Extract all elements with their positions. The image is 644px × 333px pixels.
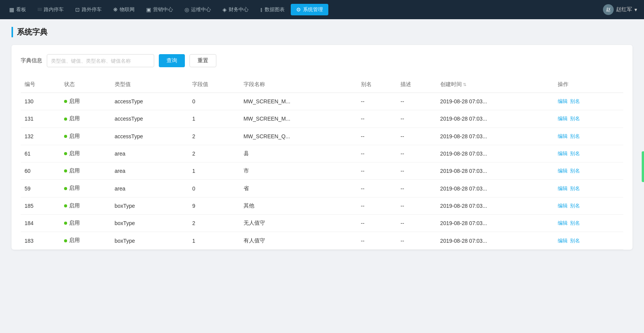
search-input[interactable] <box>47 54 154 67</box>
cell-created-1: 2019-08-28 07:03... <box>436 110 554 128</box>
data-table: 编号状态类型值字段值字段名称别名描述创建时间操作 130启用accessType… <box>21 76 623 250</box>
action-别名-3[interactable]: 别名 <box>570 151 580 156</box>
cell-actions-2: 编辑别名 <box>554 128 623 145</box>
cell-id-0: 130 <box>21 93 60 110</box>
nav-item-1[interactable]: 𝄘路内停车 <box>32 4 69 15</box>
nav-item-3[interactable]: ❋物联网 <box>108 4 140 15</box>
cell-status-5: 启用 <box>60 180 110 197</box>
cell-type-1: accessType <box>111 110 188 128</box>
col-header-4: 字段名称 <box>240 76 357 93</box>
nav-icon-4: ▣ <box>146 7 151 13</box>
action-编辑-1[interactable]: 编辑 <box>558 116 568 121</box>
cell-created-7: 2019-08-28 07:03... <box>436 215 554 232</box>
user-info[interactable]: 赵 赵红军 ▾ <box>600 3 640 17</box>
nav-item-6[interactable]: ◈财务中心 <box>217 4 254 15</box>
cell-created-6: 2019-08-28 07:03... <box>436 197 554 214</box>
status-text-5: 启用 <box>69 185 80 191</box>
cell-alias-8: -- <box>357 232 397 249</box>
status-dot-1 <box>64 118 67 121</box>
nav-icon-6: ◈ <box>222 7 227 13</box>
cell-status-8: 启用 <box>60 232 110 249</box>
action-别名-2[interactable]: 别名 <box>570 133 580 139</box>
action-别名-5[interactable]: 别名 <box>570 186 580 191</box>
table-row: 131启用accessType1MW_SCREEN_M...----2019-0… <box>21 110 623 128</box>
user-name: 赵红军 <box>616 6 632 13</box>
cell-created-5: 2019-08-28 07:03... <box>436 180 554 197</box>
action-编辑-5[interactable]: 编辑 <box>558 186 568 191</box>
table-head: 编号状态类型值字段值字段名称别名描述创建时间操作 <box>21 76 623 93</box>
status-dot-5 <box>64 187 67 190</box>
nav-icon-8: ⚙ <box>296 7 301 13</box>
col-header-8: 操作 <box>554 76 623 93</box>
user-dropdown-icon[interactable]: ▾ <box>634 7 637 13</box>
nav-item-0[interactable]: ▦看板 <box>4 4 31 15</box>
cell-desc-7: -- <box>397 215 436 232</box>
cell-fieldval-1: 1 <box>188 110 240 128</box>
action-编辑-2[interactable]: 编辑 <box>558 133 568 139</box>
table-row: 183启用boxType1有人值守----2019-08-28 07:03...… <box>21 232 623 249</box>
cell-created-2: 2019-08-28 07:03... <box>436 128 554 145</box>
action-别名-4[interactable]: 别名 <box>570 168 580 174</box>
cell-status-6: 启用 <box>60 197 110 214</box>
cell-actions-4: 编辑别名 <box>554 162 623 180</box>
nav-item-2[interactable]: ⊡路外停车 <box>70 4 107 15</box>
cell-type-8: boxType <box>111 232 188 249</box>
cell-fieldname-6: 其他 <box>240 197 357 214</box>
cell-status-4: 启用 <box>60 162 110 180</box>
nav-label-6: 财务中心 <box>229 6 249 13</box>
nav-label-2: 路外停车 <box>82 6 102 13</box>
table-row: 61启用area2县----2019-08-28 07:03...编辑别名 <box>21 145 623 162</box>
cell-actions-3: 编辑别名 <box>554 145 623 162</box>
cell-alias-7: -- <box>357 215 397 232</box>
cell-status-0: 启用 <box>60 93 110 110</box>
reset-button[interactable]: 重置 <box>189 54 216 67</box>
nav-item-5[interactable]: ◎运维中心 <box>179 4 216 15</box>
page-title: 系统字典 <box>12 27 632 37</box>
nav-item-8[interactable]: ⚙系统管理 <box>291 4 328 15</box>
cell-created-3: 2019-08-28 07:03... <box>436 145 554 162</box>
action-编辑-8[interactable]: 编辑 <box>558 238 568 244</box>
nav-label-7: 数据图表 <box>265 6 285 13</box>
action-别名-1[interactable]: 别名 <box>570 116 580 121</box>
status-dot-8 <box>64 239 67 242</box>
action-编辑-6[interactable]: 编辑 <box>558 203 568 209</box>
col-header-6: 描述 <box>397 76 436 93</box>
cell-id-2: 132 <box>21 128 60 145</box>
cell-fieldname-5: 省 <box>240 180 357 197</box>
status-text-1: 启用 <box>69 116 80 122</box>
action-别名-0[interactable]: 别名 <box>570 98 580 104</box>
action-别名-7[interactable]: 别名 <box>570 220 580 226</box>
cell-desc-3: -- <box>397 145 436 162</box>
cell-created-4: 2019-08-28 07:03... <box>436 162 554 180</box>
status-text-2: 启用 <box>69 133 80 139</box>
col-header-1: 状态 <box>60 76 110 93</box>
status-dot-2 <box>64 135 67 138</box>
cell-desc-1: -- <box>397 110 436 128</box>
action-编辑-0[interactable]: 编辑 <box>558 98 568 104</box>
action-编辑-3[interactable]: 编辑 <box>558 151 568 156</box>
status-text-7: 启用 <box>69 220 80 226</box>
cell-fieldval-4: 1 <box>188 162 240 180</box>
cell-type-2: accessType <box>111 128 188 145</box>
nav-icon-2: ⊡ <box>75 7 80 13</box>
cell-type-4: area <box>111 162 188 180</box>
action-别名-6[interactable]: 别名 <box>570 203 580 209</box>
nav-item-4[interactable]: ▣营销中心 <box>141 4 178 15</box>
cell-type-5: area <box>111 180 188 197</box>
cell-fieldval-0: 0 <box>188 93 240 110</box>
nav-item-7[interactable]: ⫿数据图表 <box>255 4 290 15</box>
cell-fieldname-2: MW_SCREEN_Q... <box>240 128 357 145</box>
table-body: 130启用accessType0MW_SCREEN_M...----2019-0… <box>21 93 623 250</box>
query-button[interactable]: 查询 <box>159 54 185 67</box>
status-dot-0 <box>64 100 67 103</box>
action-编辑-4[interactable]: 编辑 <box>558 168 568 174</box>
cell-fieldval-5: 0 <box>188 180 240 197</box>
cell-fieldval-3: 2 <box>188 145 240 162</box>
table-row: 184启用boxType2无人值守----2019-08-28 07:03...… <box>21 215 623 232</box>
action-别名-8[interactable]: 别名 <box>570 238 580 244</box>
action-编辑-7[interactable]: 编辑 <box>558 220 568 226</box>
cell-fieldname-1: MW_SCREEN_M... <box>240 110 357 128</box>
col-header-7[interactable]: 创建时间 <box>436 76 554 93</box>
table-row: 59启用area0省----2019-08-28 07:03...编辑别名 <box>21 180 623 197</box>
cell-desc-2: -- <box>397 128 436 145</box>
